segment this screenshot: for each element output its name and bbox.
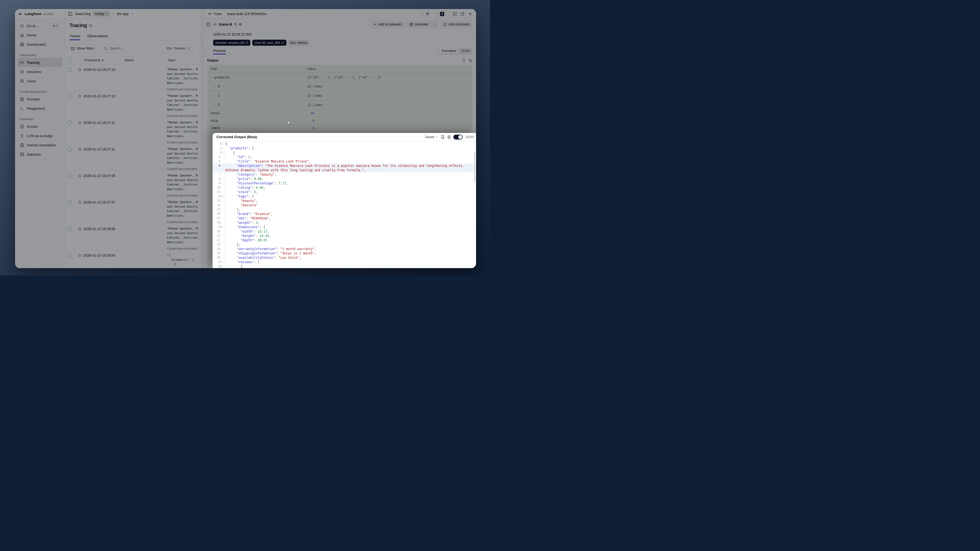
editor-line-10[interactable]: 10 "rating": 4.94, — [213, 185, 476, 190]
fold-chevron-icon[interactable] — [222, 226, 224, 228]
saved-status: Saved — [425, 135, 438, 139]
editor-line-6[interactable]: 6 "description": "The Essence Mascara La… — [213, 164, 476, 168]
line-number: 11 — [213, 190, 221, 194]
corrected-output-title: Corrected Output (Beta) — [216, 135, 257, 139]
editor-line-11[interactable]: 11 "stock": 5, — [213, 190, 476, 194]
line-number: 10 — [213, 185, 221, 190]
line-number: 25 — [213, 251, 221, 256]
editor-line-25[interactable]: 25 "shippingInformation": "Ships in 1 mo… — [213, 251, 476, 256]
editor-line-9[interactable]: 9 "discountPercentage": 7.17, — [213, 181, 476, 185]
fold-chevron-icon[interactable] — [222, 151, 224, 154]
save-file-icon[interactable] — [441, 135, 445, 139]
editor-line-19[interactable]: 19 "dimensions": { — [213, 225, 476, 229]
editor-line-26[interactable]: 26 "availabilityStatus": "Low Stock", — [213, 256, 476, 260]
line-number: 24 — [213, 247, 221, 251]
editor-line-13[interactable]: 13 "beauty", — [213, 199, 476, 203]
corrected-output-panel: Corrected Output (Beta) Saved JSON 1{2 "… — [213, 133, 476, 268]
line-number: 21 — [213, 234, 221, 238]
desktop-backdrop: Langfuse v3.146.0 Seed Org Hobby / llm-a… — [0, 0, 490, 276]
line-number: 18 — [213, 220, 221, 225]
editor-scrollbar[interactable] — [474, 151, 475, 182]
check-icon — [435, 135, 438, 139]
editor-line-6-wrap[interactable]: Achieve dramatic lashes with this long-l… — [213, 168, 476, 172]
editor-line-20[interactable]: 20 "width": 23.17, — [213, 229, 476, 234]
line-number: 15 — [213, 207, 221, 212]
editor-line-4[interactable]: 4 "id": 1, — [213, 155, 476, 159]
fold-chevron-icon[interactable] — [222, 265, 224, 268]
editor-line-21[interactable]: 21 "height": 14.43, — [213, 234, 476, 238]
line-number: 12 — [214, 194, 222, 199]
corrected-output-header: Corrected Output (Beta) Saved JSON — [213, 133, 476, 141]
gutter-divider — [224, 150, 224, 268]
mouse-cursor — [287, 120, 291, 127]
line-number: 3 — [214, 150, 222, 155]
app-window: Langfuse v3.146.0 Seed Org Hobby / llm-a… — [15, 9, 476, 268]
line-number: 13 — [213, 199, 221, 203]
line-number: 23 — [213, 242, 221, 247]
editor-line-27[interactable]: 27 "reviews": [ — [213, 260, 476, 264]
editor-line-28[interactable]: 28 { — [213, 264, 476, 268]
json-editor[interactable]: 1{2 "products": [3 {4 "id": 1,5 "title":… — [213, 141, 476, 268]
line-number: 5 — [213, 159, 221, 164]
editor-line-23[interactable]: 23 }, — [213, 242, 476, 247]
editor-line-12[interactable]: 12 "tags": [ — [213, 194, 476, 199]
fold-chevron-icon[interactable] — [222, 195, 224, 198]
line-number: 27 — [214, 260, 222, 264]
fold-chevron-icon[interactable] — [222, 147, 224, 150]
line-number: 14 — [213, 203, 221, 207]
line-number: 8 — [213, 177, 221, 181]
line-number: 20 — [213, 229, 221, 234]
line-number: 26 — [213, 256, 221, 260]
editor-line-8[interactable]: 8 "price": 9.99, — [213, 177, 476, 181]
editor-line-16[interactable]: 16 "brand": "Essence", — [213, 212, 476, 216]
editor-line-15[interactable]: 15 ], — [213, 207, 476, 212]
line-number: 28 — [214, 264, 222, 268]
editor-line-1[interactable]: 1{ — [213, 142, 476, 146]
delete-icon[interactable] — [447, 135, 451, 139]
editor-line-22[interactable]: 22 "depth": 28.01 — [213, 238, 476, 242]
fold-chevron-icon[interactable] — [222, 261, 224, 263]
fold-chevron-icon[interactable] — [222, 143, 224, 145]
line-number: 22 — [213, 238, 221, 242]
line-number: 1 — [214, 142, 222, 146]
editor-line-7[interactable]: 7 "category": "beauty", — [213, 172, 476, 177]
line-number: 19 — [214, 225, 222, 229]
line-number: 6 — [213, 164, 221, 168]
line-number: 9 — [213, 181, 221, 185]
json-toggle[interactable] — [453, 135, 463, 140]
line-number: 4 — [213, 155, 221, 159]
editor-line-17[interactable]: 17 "sku": "RCH45Q1A", — [213, 216, 476, 220]
editor-line-18[interactable]: 18 "weight": 2, — [213, 220, 476, 225]
json-toggle-label: JSON — [465, 135, 474, 139]
editor-line-14[interactable]: 14 "mascara" — [213, 203, 476, 207]
line-number: 17 — [213, 216, 221, 220]
line-number: 7 — [213, 172, 221, 177]
editor-line-24[interactable]: 24 "warrantyInformation": "1 month warra… — [213, 247, 476, 251]
line-number: 16 — [213, 212, 221, 216]
editor-line-5[interactable]: 5 "title": "Essence Mascara Lash Prince"… — [213, 159, 476, 164]
line-number: 2 — [214, 146, 222, 150]
editor-line-3[interactable]: 3 { — [213, 150, 476, 155]
editor-line-2[interactable]: 2 "products": [ — [213, 146, 476, 150]
